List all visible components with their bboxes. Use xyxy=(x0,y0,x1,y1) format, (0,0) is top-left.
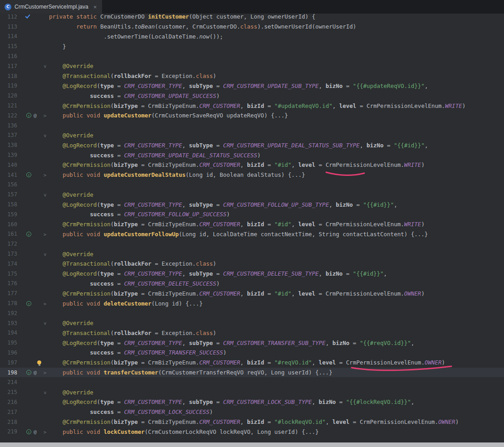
code-text[interactable]: @CrmPermission(bizType = CrmBizTypeEnum.… xyxy=(49,102,504,109)
line-number[interactable]: 215 xyxy=(0,389,21,395)
tab-close-icon[interactable]: × xyxy=(93,4,97,10)
fold-expanded-icon[interactable]: > xyxy=(42,134,48,137)
code-text[interactable]: @CrmPermission(bizType = CrmBizTypeEnum.… xyxy=(49,359,504,366)
code-text[interactable]: success = CRM_CUSTOMER_DELETE_SUCCESS) xyxy=(49,280,504,287)
code-text[interactable]: public void updateCustomerFollowUp(Long … xyxy=(49,231,504,238)
line-number[interactable]: 160 xyxy=(0,221,21,228)
override-method-icon[interactable]: ↑ xyxy=(26,172,31,177)
code-text[interactable]: @Transactional(rollbackFor = Exception.c… xyxy=(49,260,504,267)
line-number[interactable]: 173 xyxy=(0,251,21,257)
fold-expanded-icon[interactable]: > xyxy=(42,194,48,197)
line-number[interactable]: 114 xyxy=(0,33,21,39)
line-number[interactable]: 120 xyxy=(0,92,21,99)
line-number[interactable]: 174 xyxy=(0,261,21,267)
code-text[interactable]: @LogRecord(type = CRM_CUSTOMER_TYPE, sub… xyxy=(49,142,504,149)
line-number[interactable]: 156 xyxy=(0,181,21,188)
fold-expanded-icon[interactable]: > xyxy=(42,391,48,394)
code-text[interactable]: public void transferCustomer(CrmCustomer… xyxy=(49,369,504,376)
code-text[interactable]: success = CRM_CUSTOMER_TRANSFER_SUCCESS) xyxy=(49,349,504,356)
code-text[interactable]: @CrmPermission(bizType = CrmBizTypeEnum.… xyxy=(49,221,504,228)
code-text[interactable]: @LogRecord(type = CRM_CUSTOMER_TYPE, sub… xyxy=(49,340,504,346)
external-annotation-icon[interactable]: @ xyxy=(34,370,37,375)
fold-expanded-icon[interactable]: > xyxy=(42,65,48,68)
line-number[interactable]: 161 xyxy=(0,231,21,237)
line-number[interactable]: 178 xyxy=(0,300,21,306)
line-number[interactable]: 140 xyxy=(0,162,21,168)
line-number[interactable]: 122 xyxy=(0,112,21,119)
line-number[interactable]: 177 xyxy=(0,290,21,296)
line-number[interactable]: 194 xyxy=(0,330,21,336)
code-text[interactable]: } xyxy=(49,43,504,50)
code-text[interactable]: @Override xyxy=(49,320,504,326)
fold-collapsed-icon[interactable]: > xyxy=(44,172,47,178)
line-number[interactable]: 112 xyxy=(0,14,21,20)
code-editor[interactable]: 112private static CrmCustomerDO initCust… xyxy=(0,14,504,442)
line-number[interactable]: 192 xyxy=(0,310,21,316)
fold-collapsed-icon[interactable]: > xyxy=(44,113,47,119)
line-number[interactable]: 175 xyxy=(0,271,21,277)
line-number[interactable]: 119 xyxy=(0,83,21,89)
fold-expanded-icon[interactable]: > xyxy=(42,253,48,256)
code-text[interactable]: .setOwnerTime(LocalDateTime.now()); xyxy=(49,33,504,40)
code-text[interactable]: @LogRecord(type = CRM_CUSTOMER_TYPE, sub… xyxy=(49,270,504,277)
code-text[interactable]: private static CrmCustomerDO initCustome… xyxy=(49,14,504,20)
code-text[interactable]: @CrmPermission(bizType = CrmBizTypeEnum.… xyxy=(49,418,504,425)
line-number[interactable]: 136 xyxy=(0,122,21,129)
line-number[interactable]: 118 xyxy=(0,73,21,79)
code-text[interactable]: public void updateCustomer(CrmCustomerSa… xyxy=(49,112,504,119)
line-number[interactable]: 197 xyxy=(0,360,21,366)
code-text[interactable]: public void lockCustomer(CrmCustomerLock… xyxy=(49,428,504,435)
line-number[interactable]: 137 xyxy=(0,132,21,138)
line-number[interactable]: 157 xyxy=(0,191,21,198)
override-method-icon[interactable]: ↑ xyxy=(26,113,31,118)
override-method-icon[interactable]: ↑ xyxy=(26,429,31,434)
code-text[interactable]: success = CRM_CUSTOMER_FOLLOW_UP_SUCCESS… xyxy=(49,211,504,218)
line-number[interactable]: 138 xyxy=(0,142,21,148)
line-number[interactable]: 198 xyxy=(0,369,21,376)
code-text[interactable]: @LogRecord(type = CRM_CUSTOMER_TYPE, sub… xyxy=(49,398,504,405)
line-number[interactable]: 217 xyxy=(0,409,21,415)
line-number[interactable]: 219 xyxy=(0,428,21,435)
line-number[interactable]: 214 xyxy=(0,379,21,385)
line-number[interactable]: 176 xyxy=(0,280,21,287)
line-number[interactable]: 159 xyxy=(0,211,21,218)
line-number[interactable]: 158 xyxy=(0,201,21,208)
line-number[interactable]: 116 xyxy=(0,53,21,59)
line-number[interactable]: 218 xyxy=(0,419,21,425)
code-text[interactable]: success = CRM_CUSTOMER_UPDATE_SUCCESS) xyxy=(49,92,504,99)
external-annotation-icon[interactable]: @ xyxy=(34,113,37,118)
code-text[interactable]: success = CRM_CUSTOMER_LOCK_SUCCESS) xyxy=(49,408,504,415)
line-number[interactable]: 115 xyxy=(0,43,21,49)
code-text[interactable]: public void deleteCustomer(Long id) {...… xyxy=(49,300,504,307)
code-text[interactable]: @CrmPermission(bizType = CrmBizTypeEnum.… xyxy=(49,290,504,297)
line-number[interactable]: 196 xyxy=(0,350,21,356)
override-method-icon[interactable]: ↑ xyxy=(26,370,31,375)
code-text[interactable]: public void updateCustomerDealStatus(Lon… xyxy=(49,171,504,178)
line-number[interactable]: 121 xyxy=(0,102,21,109)
code-text[interactable]: @Override xyxy=(49,132,504,139)
fold-collapsed-icon[interactable]: > xyxy=(44,370,47,376)
line-number[interactable]: 172 xyxy=(0,241,21,247)
line-number[interactable]: 117 xyxy=(0,63,21,69)
code-text[interactable]: @Override xyxy=(49,63,504,69)
code-text[interactable]: @Override xyxy=(49,191,504,198)
fold-expanded-icon[interactable]: > xyxy=(42,322,48,325)
line-number[interactable]: 139 xyxy=(0,152,21,158)
code-text[interactable]: return BeanUtils.toBean(customer, CrmCus… xyxy=(49,23,504,30)
override-method-icon[interactable]: ↑ xyxy=(26,232,31,237)
code-text[interactable]: @LogRecord(type = CRM_CUSTOMER_TYPE, sub… xyxy=(49,83,504,89)
line-number[interactable]: 193 xyxy=(0,320,21,326)
line-number[interactable]: 216 xyxy=(0,399,21,405)
line-number[interactable]: 195 xyxy=(0,340,21,346)
intention-bulb-icon[interactable] xyxy=(37,360,41,364)
fold-collapsed-icon[interactable]: > xyxy=(44,301,47,307)
code-text[interactable]: success = CRM_CUSTOMER_UPDATE_DEAL_STATU… xyxy=(49,152,504,159)
code-text[interactable]: @Transactional(rollbackFor = Exception.c… xyxy=(49,330,504,336)
editor-tab[interactable]: C CrmCustomerServiceImpl.java × xyxy=(0,0,102,14)
code-text[interactable]: @CrmPermission(bizType = CrmBizTypeEnum.… xyxy=(49,161,504,168)
fold-collapsed-icon[interactable]: > xyxy=(44,429,47,435)
fold-collapsed-icon[interactable]: > xyxy=(44,232,47,238)
override-method-icon[interactable]: ↑ xyxy=(26,301,31,306)
line-number[interactable]: 113 xyxy=(0,24,21,30)
code-text[interactable]: @LogRecord(type = CRM_CUSTOMER_TYPE, sub… xyxy=(49,201,504,208)
